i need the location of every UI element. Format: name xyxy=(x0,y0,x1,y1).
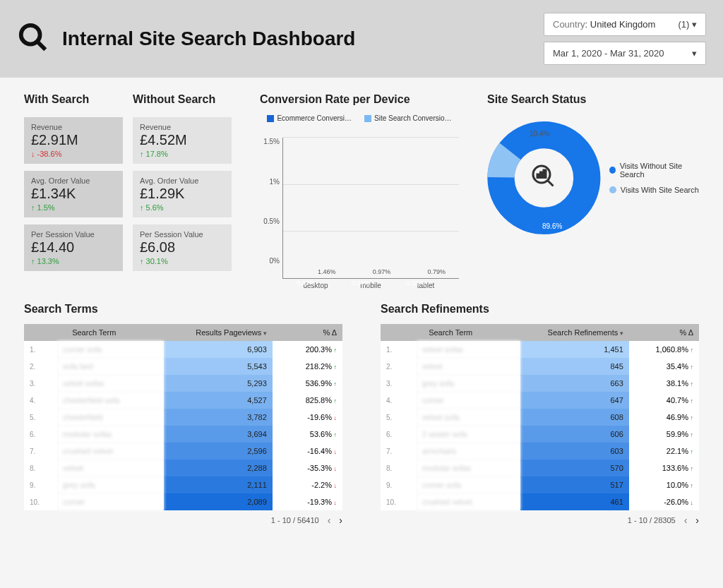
table-row[interactable]: 3.velvet sofas5,293536.9% xyxy=(24,375,342,392)
legend-with-search: Visits With Site Search xyxy=(621,186,699,194)
col-delta-r[interactable]: % Δ xyxy=(629,324,699,341)
svg-rect-6 xyxy=(537,174,539,178)
next-page-icon[interactable]: › xyxy=(339,515,342,526)
prev-page-icon[interactable]: ‹ xyxy=(328,515,331,526)
header-bar: Internal Site Search Dashboard Country: … xyxy=(0,0,723,78)
metric-label: Revenue xyxy=(140,123,225,131)
donut-without-pct: 89.6% xyxy=(542,222,562,230)
col-delta[interactable]: % Δ xyxy=(273,324,342,341)
table-row[interactable]: 7.armchairs60322.1% xyxy=(381,443,699,460)
metric-label: Per Session Value xyxy=(31,230,116,239)
svg-point-0 xyxy=(21,25,40,44)
table-row[interactable]: 8.modular sofas570133.6% xyxy=(381,460,699,476)
table-row[interactable]: 6.modular sofas3,69453.6% xyxy=(24,426,342,443)
search-terms-table: Search Terms Search Term Results Pagevie… xyxy=(24,303,342,526)
search-icon xyxy=(17,21,49,56)
metric-label: Revenue xyxy=(31,123,116,131)
metrics-block: With Search Revenue£2.91M↓ -38.6%Avg. Or… xyxy=(24,93,232,280)
prev-page-icon-r[interactable]: ‹ xyxy=(684,515,688,526)
legend-ecommerce: Ecommerce Conversi… xyxy=(267,114,352,122)
metric-label: Per Session Value xyxy=(140,230,225,239)
table-row[interactable]: 1.velvet sofas1,4511,060.8% xyxy=(381,341,699,358)
metric-value: £4.52M xyxy=(140,131,225,148)
chevron-down-icon: ▾ xyxy=(692,48,697,59)
metric-label: Avg. Order Value xyxy=(31,176,116,185)
table-row[interactable]: 9.grey sofa2,111-2.2% xyxy=(24,476,342,493)
with-search-title: With Search xyxy=(24,93,123,106)
page-title: Internal Site Search Dashboard xyxy=(62,28,355,50)
without-search-title: Without Search xyxy=(133,93,232,106)
refinements-title: Search Refinements xyxy=(381,303,699,316)
svg-line-1 xyxy=(37,42,46,50)
svg-rect-7 xyxy=(541,172,543,178)
svg-line-5 xyxy=(548,181,554,186)
metric-value: £1.34K xyxy=(31,185,116,202)
bar-chart-title: Conversion Rate per Device xyxy=(260,93,459,106)
terms-pager-label: 1 - 10 / 56410 xyxy=(271,516,319,524)
table-row[interactable]: 4.corner64740.7% xyxy=(381,392,699,409)
donut-with-pct: 10.4% xyxy=(530,130,549,138)
metric-card: Avg. Order Value£1.34K↑ 1.5% xyxy=(24,171,123,217)
terms-title: Search Terms xyxy=(24,303,342,316)
donut-title: Site Search Status xyxy=(487,93,699,106)
metric-value: £1.29K xyxy=(140,185,225,202)
metric-delta: ↑ 13.3% xyxy=(31,257,116,265)
table-row[interactable]: 1.corner sofa6,903200.3% xyxy=(24,341,342,358)
col-pageviews[interactable]: Results Pageviews xyxy=(164,324,272,341)
table-row[interactable]: 2.sofa bed5,543218.2% xyxy=(24,358,342,375)
metric-card: Revenue£2.91M↓ -38.6% xyxy=(24,117,123,164)
col-search-term-r[interactable]: Search Term xyxy=(381,324,520,341)
metric-card: Per Session Value£14.40↑ 13.3% xyxy=(24,224,123,271)
table-row[interactable]: 5.chesterfield3,782-19.6% xyxy=(24,409,342,426)
country-selector[interactable]: Country: United Kingdom (1) ▾ xyxy=(544,13,706,36)
metric-label: Avg. Order Value xyxy=(140,176,225,185)
table-row[interactable]: 10.crushed velvet461-26.0% xyxy=(381,493,699,510)
date-range-selector[interactable]: Mar 1, 2020 - Mar 31, 2020 ▾ xyxy=(544,42,706,65)
table-row[interactable]: 7.crushed velvet2,596-16.4% xyxy=(24,443,342,460)
metric-card: Avg. Order Value£1.29K↑ 5.6% xyxy=(133,171,232,217)
table-row[interactable]: 9.corner sofa51710.0% xyxy=(381,476,699,493)
metric-delta: ↑ 30.1% xyxy=(140,257,225,265)
metric-value: £6.08 xyxy=(140,239,225,256)
analytics-icon xyxy=(531,164,556,192)
metric-delta: ↑ 1.5% xyxy=(31,203,116,212)
next-page-icon-r[interactable]: › xyxy=(695,515,699,526)
bar-chart-block: Conversion Rate per Device Ecommerce Con… xyxy=(260,93,459,280)
metric-delta: ↑ 5.6% xyxy=(140,203,225,212)
col-refinements[interactable]: Search Refinements xyxy=(520,324,628,341)
table-row[interactable]: 8.velvet2,288-35.3% xyxy=(24,460,342,476)
legend-site-search: Site Search Conversio… xyxy=(364,114,452,122)
metric-card: Revenue£4.52M↑ 17.8% xyxy=(133,117,232,164)
table-row[interactable]: 2.velvet84535.4% xyxy=(381,358,699,375)
donut-block: Site Search Status 10.4% 89.6% Visits Wi… xyxy=(487,93,699,280)
table-row[interactable]: 3.grey sofa66338.1% xyxy=(381,375,699,392)
chevron-down-icon: ▾ xyxy=(692,19,697,30)
table-row[interactable]: 10.corner2,089-19.3% xyxy=(24,493,342,510)
col-search-term[interactable]: Search Term xyxy=(24,324,164,341)
refinements-pager-label: 1 - 10 / 28305 xyxy=(628,516,676,524)
metric-delta: ↑ 17.8% xyxy=(140,150,225,158)
metric-value: £2.91M xyxy=(31,131,116,148)
table-row[interactable]: 4.chesterfield sofa4,527825.8% xyxy=(24,392,342,409)
metric-value: £14.40 xyxy=(31,239,116,256)
search-refinements-table: Search Refinements Search Term Search Re… xyxy=(381,303,699,526)
table-row[interactable]: 5.velvet sofa60846.9% xyxy=(381,409,699,426)
table-row[interactable]: 6.2 seater sofa60659.9% xyxy=(381,426,699,443)
svg-rect-8 xyxy=(544,170,546,178)
metric-card: Per Session Value£6.08↑ 30.1% xyxy=(133,224,232,271)
metric-delta: ↓ -38.6% xyxy=(31,150,116,158)
legend-without-search: Visits Without Site Search xyxy=(620,162,699,179)
